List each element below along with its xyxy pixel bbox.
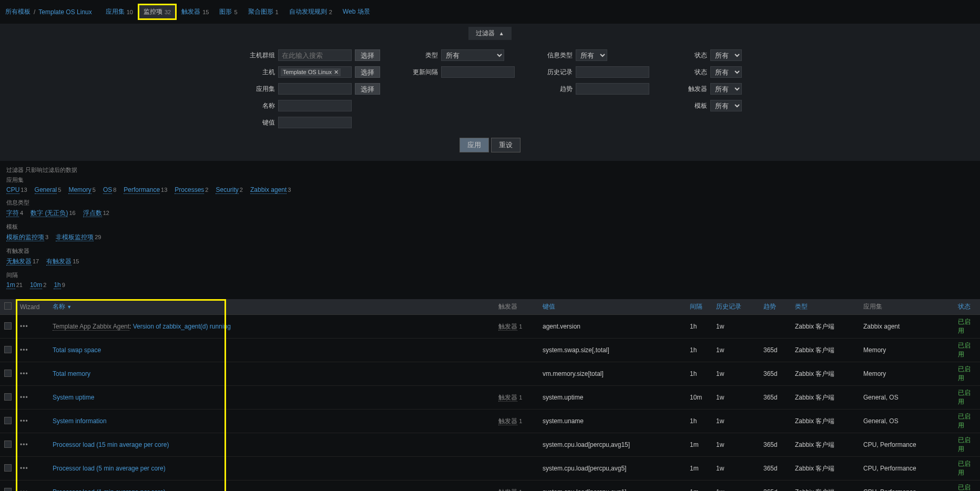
status-link[interactable]: 已启用: [958, 318, 971, 334]
breadcrumb-all-templates[interactable]: 所有模板: [5, 7, 30, 16]
subfilter-item[interactable]: 字符: [6, 209, 19, 217]
tab-应用集[interactable]: 应用集 10: [100, 4, 138, 19]
cell-history: 1w: [712, 315, 759, 339]
col-status[interactable]: 状态: [954, 299, 980, 315]
trends-input[interactable]: [576, 83, 649, 95]
status-select[interactable]: 所有: [710, 66, 742, 78]
row-checkbox[interactable]: [4, 441, 12, 448]
wizard-menu-icon[interactable]: •••: [20, 417, 28, 425]
item-name-link[interactable]: Processor load (1 min average per core): [53, 488, 166, 491]
filter-toggle[interactable]: 过滤器 ▲: [468, 27, 511, 40]
status-link[interactable]: 已启用: [958, 365, 971, 382]
status-link[interactable]: 已启用: [958, 484, 971, 491]
subfilter-item[interactable]: Security: [216, 186, 238, 194]
status-link[interactable]: 已启用: [958, 342, 971, 358]
item-name-link[interactable]: Total swap space: [53, 346, 101, 354]
type-select[interactable]: 所有: [441, 49, 504, 61]
subfilter-item[interactable]: 无触发器: [6, 258, 32, 265]
subfilter-item[interactable]: 有触发器: [46, 258, 72, 265]
status-link[interactable]: 已启用: [958, 460, 971, 476]
application-select-btn[interactable]: 选择: [355, 83, 380, 95]
interval-input[interactable]: [441, 66, 515, 78]
col-trends[interactable]: 趋势: [759, 299, 791, 315]
tab-图形[interactable]: 图形 5: [214, 4, 242, 19]
col-interval[interactable]: 间隔: [686, 299, 712, 315]
col-name[interactable]: 名称 ▼: [48, 299, 494, 315]
subfilter-item[interactable]: 1h: [54, 281, 60, 289]
label-host-group: 主机群组: [238, 51, 275, 60]
tab-自动发现规则[interactable]: 自动发现规则 2: [284, 4, 338, 19]
wizard-menu-icon[interactable]: •••: [20, 323, 28, 330]
state-select[interactable]: 所有: [710, 49, 742, 61]
triggers-select[interactable]: 所有: [710, 83, 742, 95]
col-key[interactable]: 键值: [538, 299, 686, 315]
subfilter-item[interactable]: 1m: [6, 281, 15, 289]
trigger-link[interactable]: 触发器: [498, 417, 517, 425]
col-type[interactable]: 类型: [791, 299, 859, 315]
tab-Web 场景[interactable]: Web 场景: [338, 4, 375, 19]
subfilter-item[interactable]: Memory: [68, 186, 91, 194]
label-interval: 更新间隔: [401, 68, 438, 77]
table-row: •••System information触发器 1system.uname1h…: [0, 410, 980, 433]
breadcrumb-template[interactable]: Template OS Linux: [38, 8, 91, 16]
subfilter-item[interactable]: OS: [103, 186, 112, 194]
status-link[interactable]: 已启用: [958, 389, 971, 405]
wizard-menu-icon[interactable]: •••: [20, 346, 28, 354]
host-tagbox[interactable]: Template OS Linux ✕: [278, 66, 352, 78]
subfilter-item[interactable]: Zabbix agent: [250, 186, 287, 194]
wizard-menu-icon[interactable]: •••: [20, 465, 28, 472]
template-select[interactable]: 所有: [710, 100, 742, 111]
subfilter-item[interactable]: Performance: [124, 186, 160, 194]
history-input[interactable]: [576, 66, 649, 78]
trigger-link[interactable]: 触发器: [498, 323, 517, 331]
col-history[interactable]: 历史记录: [712, 299, 759, 315]
tab-触发器[interactable]: 触发器 15: [176, 4, 214, 19]
subfilter-item[interactable]: 模板的监控项: [6, 233, 44, 241]
item-prefix[interactable]: Template App Zabbix Agent: [53, 323, 129, 331]
item-name-link[interactable]: Total memory: [53, 370, 90, 377]
item-name-link[interactable]: Processor load (5 min average per core): [53, 465, 166, 472]
trigger-link[interactable]: 触发器: [498, 394, 517, 402]
cell-key: vm.memory.size[total]: [538, 362, 686, 386]
close-icon[interactable]: ✕: [334, 69, 339, 76]
wizard-menu-icon[interactable]: •••: [20, 441, 28, 448]
subfilter-item[interactable]: 浮点数: [83, 209, 102, 217]
row-checkbox[interactable]: [4, 346, 12, 353]
reset-button[interactable]: 重设: [491, 138, 520, 152]
row-checkbox[interactable]: [4, 322, 12, 330]
select-all-checkbox[interactable]: [4, 302, 12, 310]
cell-trends: 365d: [759, 339, 791, 362]
row-checkbox[interactable]: [4, 488, 12, 492]
row-checkbox[interactable]: [4, 417, 12, 424]
infotype-select[interactable]: 所有: [576, 49, 607, 61]
wizard-menu-icon[interactable]: •••: [20, 394, 28, 401]
status-link[interactable]: 已启用: [958, 436, 971, 453]
subfilter-item[interactable]: 数字 (无正负): [30, 209, 68, 217]
cell-history: 1w: [712, 410, 759, 433]
apply-button[interactable]: 应用: [460, 138, 489, 152]
status-link[interactable]: 已启用: [958, 413, 971, 429]
item-name-link[interactable]: Processor load (15 min average per core): [53, 441, 169, 448]
subfilter-item[interactable]: General: [35, 186, 57, 194]
name-input[interactable]: [278, 100, 352, 111]
item-name-link[interactable]: System information: [53, 417, 107, 425]
row-checkbox[interactable]: [4, 370, 12, 377]
row-checkbox[interactable]: [4, 464, 12, 472]
tab-聚合图形[interactable]: 聚合图形 1: [243, 4, 284, 19]
host-select-btn[interactable]: 选择: [355, 66, 380, 78]
wizard-menu-icon[interactable]: •••: [20, 488, 28, 491]
application-input[interactable]: [278, 83, 352, 95]
host-group-select-btn[interactable]: 选择: [355, 49, 380, 61]
subfilter-item[interactable]: 非模板监控项: [56, 233, 94, 241]
wizard-menu-icon[interactable]: •••: [20, 370, 28, 377]
subfilter-item[interactable]: CPU: [6, 186, 19, 194]
trigger-link[interactable]: 触发器: [498, 488, 517, 492]
host-group-input[interactable]: [278, 49, 352, 61]
subfilter-item[interactable]: Processes: [175, 186, 204, 194]
item-name-link[interactable]: Version of zabbix_agent(d) running: [133, 323, 231, 330]
subfilter-item[interactable]: 10m: [30, 281, 42, 289]
key-input[interactable]: [278, 117, 352, 128]
item-name-link[interactable]: System uptime: [53, 394, 94, 401]
row-checkbox[interactable]: [4, 393, 12, 401]
tab-监控项[interactable]: 监控项 32: [138, 4, 176, 19]
